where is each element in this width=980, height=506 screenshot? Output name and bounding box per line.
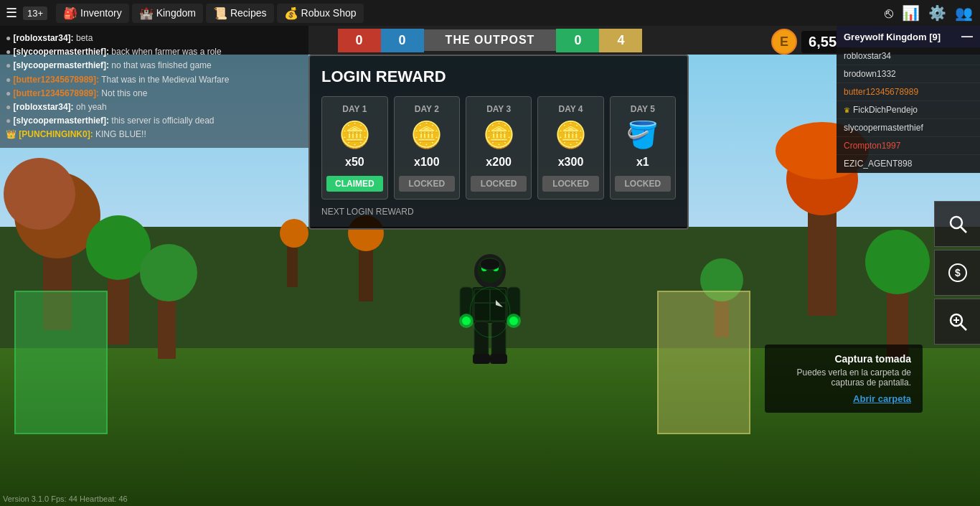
day-2-status: LOCKED <box>399 176 455 192</box>
day-5-status: LOCKED <box>615 176 671 192</box>
left-green-panel <box>14 291 108 434</box>
nav-recipes[interactable]: 📜 Recipes <box>206 4 274 23</box>
svg-rect-17 <box>473 354 490 364</box>
player-item[interactable]: brodown1332 <box>837 65 980 83</box>
top-bar-right: ⎋ 📊 ⚙️ 👥 <box>883 3 974 23</box>
menu-icon[interactable]: ☰ <box>6 5 17 21</box>
svg-rect-18 <box>490 354 507 364</box>
robux-shop-icon: 💰 <box>284 6 298 20</box>
inventory-icon: 🎒 <box>63 6 77 20</box>
day-1-icon: 🪙 <box>339 120 371 150</box>
reward-day-4: DAY 4 🪙 x300 LOCKED <box>537 96 603 200</box>
reward-day-1: DAY 1 🪙 x50 CLAIMED <box>321 96 388 200</box>
side-action-search[interactable] <box>934 201 980 247</box>
chat-line: ● [butter12345678989]: Not this one <box>6 87 303 100</box>
player-count: 13+ <box>23 6 47 20</box>
players-panel-close[interactable]: — <box>961 30 973 43</box>
day-4-amount: x300 <box>558 156 584 169</box>
player-name: FickDichPendejo <box>853 105 918 115</box>
side-actions: $ <box>934 201 980 345</box>
player-item[interactable]: butter12345678989 <box>837 83 980 101</box>
players-panel: Greywolf Kingdom [9] — robloxstar34 brod… <box>837 26 980 173</box>
score-tan: 4 <box>599 29 642 52</box>
player-item[interactable]: slycoopermasterthief <box>837 119 980 137</box>
reward-day-2: DAY 2 🪙 x100 LOCKED <box>394 96 460 200</box>
side-action-zoom[interactable] <box>934 299 980 345</box>
score-green: 0 <box>556 29 599 52</box>
crown-icon: ♛ <box>844 106 850 114</box>
player-item[interactable]: Crompton1997 <box>837 137 980 155</box>
svg-text:$: $ <box>955 267 961 278</box>
screenshot-title: Captura tomada <box>776 353 911 365</box>
nav-robux-shop[interactable]: 💰 Robux Shop <box>277 4 364 23</box>
chat-line: ● [slycoopermasterthief]: no that was fi… <box>6 59 303 72</box>
version-info: Version 3.1.0 Fps: 44 Heartbeat: 46 <box>3 495 128 503</box>
people-icon[interactable]: 👥 <box>953 3 974 23</box>
day-3-icon: 🪙 <box>483 120 515 150</box>
nav-kingdom-label: Kingdom <box>156 7 196 19</box>
screenshot-desc: Puedes verla en la carpeta de capturas d… <box>776 367 911 388</box>
reward-days-container: DAY 1 🪙 x50 CLAIMED DAY 2 🪙 x100 LOCKED … <box>321 96 676 200</box>
day-5-amount: x1 <box>636 156 649 169</box>
share-icon[interactable]: ⎋ <box>883 4 895 23</box>
character-sprite <box>447 251 533 366</box>
next-reward-text: NEXT LOGIN REWARD <box>321 207 676 217</box>
day-5-label: DAY 5 <box>631 104 655 114</box>
svg-point-4 <box>480 258 500 270</box>
score-blue: 0 <box>381 29 424 52</box>
players-panel-header: Greywolf Kingdom [9] — <box>837 26 980 47</box>
outpost-title: THE OUTPOST <box>424 29 557 51</box>
day-5-icon: 🪣 <box>626 120 659 150</box>
svg-point-14 <box>509 317 518 325</box>
nav-inventory[interactable]: 🎒 Inventory <box>56 4 129 23</box>
top-bar: ☰ 13+ 🎒 Inventory 🏰 Kingdom 📜 Recipes 💰 … <box>0 0 980 26</box>
day-2-icon: 🪙 <box>410 120 443 150</box>
day-4-icon: 🪙 <box>555 120 587 150</box>
chat-line: 👑 [PUNCHINGINK0]: KING BLUE!! <box>6 128 303 141</box>
svg-line-26 <box>961 324 966 330</box>
screenshot-notification: Captura tomada Puedes verla en la carpet… <box>765 345 923 413</box>
chat-line: ● [butter12345678989]: That was in the M… <box>6 73 303 87</box>
login-reward-modal: LOGIN REWARD DAY 1 🪙 x50 CLAIMED DAY 2 🪙… <box>308 55 689 230</box>
right-yellow-panel <box>657 291 750 434</box>
day-3-label: DAY 3 <box>486 104 511 114</box>
chat-box: ● [robloxstar34]: beta ● [slycoopermaste… <box>0 26 308 148</box>
recipes-icon: 📜 <box>213 6 227 20</box>
svg-point-12 <box>462 317 471 325</box>
chat-line: ● [slycoopermasterthief]: back when farm… <box>6 45 303 59</box>
score-red: 0 <box>338 29 381 52</box>
chat-line: ● [slycoopermasterthief]: this server is… <box>6 114 303 128</box>
day-3-amount: x200 <box>486 156 512 169</box>
player-item[interactable]: robloxstar34 <box>837 47 980 65</box>
nav-inventory-label: Inventory <box>80 7 122 19</box>
day-3-status: LOCKED <box>471 176 527 192</box>
day-2-amount: x100 <box>414 156 440 169</box>
svg-point-21 <box>951 217 962 228</box>
player-item[interactable]: ♛ FickDichPendejo <box>837 101 980 119</box>
open-folder-link[interactable]: Abrir carpeta <box>776 393 911 404</box>
day-1-status: CLAIMED <box>326 176 383 192</box>
chat-line: ● [robloxstar34]: beta <box>6 32 303 45</box>
chart-icon[interactable]: 📊 <box>900 3 921 23</box>
day-4-label: DAY 4 <box>558 104 583 114</box>
day-2-label: DAY 2 <box>415 104 439 114</box>
chat-line: ● [robloxstar34]: oh yeah <box>6 100 303 114</box>
nav-recipes-label: Recipes <box>230 7 267 19</box>
day-4-status: LOCKED <box>542 176 598 192</box>
svg-line-22 <box>961 227 966 233</box>
day-1-amount: x50 <box>345 156 364 169</box>
day-1-label: DAY 1 <box>342 104 367 114</box>
gear-icon[interactable]: ⚙️ <box>927 3 948 23</box>
side-action-shop[interactable]: $ <box>934 250 980 296</box>
players-panel-title: Greywolf Kingdom [9] <box>844 32 941 42</box>
login-reward-title: LOGIN REWARD <box>321 67 676 86</box>
reward-day-3: DAY 3 🪙 x200 LOCKED <box>466 96 532 200</box>
currency-icon: E <box>771 29 797 55</box>
reward-day-5: DAY 5 🪣 x1 LOCKED <box>610 96 676 200</box>
kingdom-icon: 🏰 <box>139 6 154 20</box>
player-item[interactable]: EZIC_AGENT898 <box>837 155 980 173</box>
nav-kingdom[interactable]: 🏰 Kingdom <box>132 4 203 23</box>
nav-robux-label: Robux Shop <box>301 7 357 19</box>
